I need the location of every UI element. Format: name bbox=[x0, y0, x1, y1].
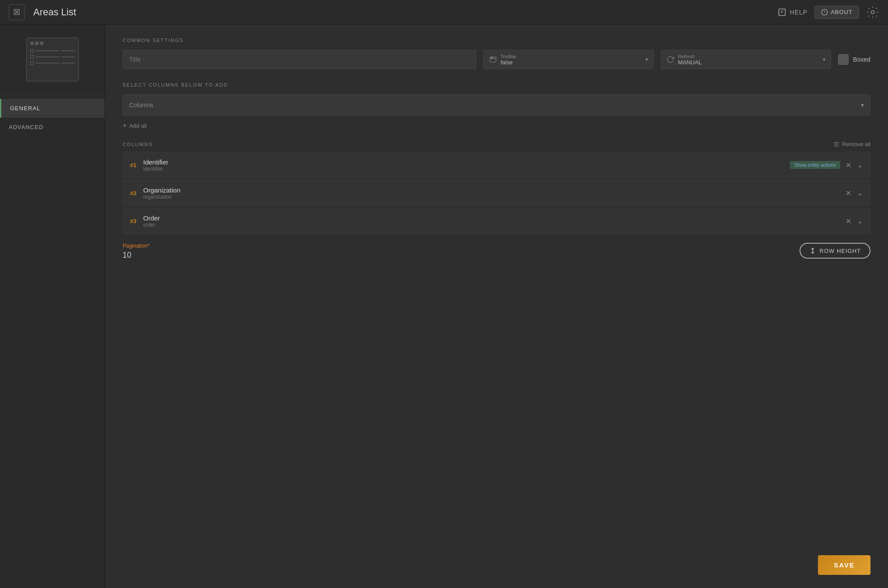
preview-row bbox=[30, 49, 75, 53]
col-expand-button[interactable]: ⌄ bbox=[856, 188, 863, 198]
preview-row bbox=[30, 61, 75, 65]
table-row: #3 Order order ✕ ⌄ bbox=[123, 208, 870, 234]
row-height-label: ROW HEIGHT bbox=[820, 248, 861, 254]
remove-all-label: Remove all bbox=[842, 141, 870, 147]
sidebar-item-advanced[interactable]: ADVANCED bbox=[0, 118, 105, 136]
col-info: Identifier identifier bbox=[143, 158, 790, 172]
columns-placeholder: Columns bbox=[129, 102, 153, 108]
pagination-value[interactable]: 10 bbox=[123, 251, 791, 260]
boxed-label: Boxed bbox=[853, 56, 870, 63]
preview-row-line-short bbox=[61, 50, 75, 51]
svg-point-4 bbox=[871, 10, 874, 14]
show-entity-actions-badge: Show entity actions bbox=[790, 161, 840, 169]
preview-menubar bbox=[30, 42, 75, 45]
trash-icon bbox=[833, 141, 839, 147]
col-close-button[interactable]: ✕ bbox=[846, 161, 851, 169]
preview-row-line-short bbox=[61, 56, 75, 57]
content-area: COMMON SETTINGS Toolbar false ▾ bbox=[105, 24, 888, 588]
refresh-field: Refresh MANUAL ▾ bbox=[661, 50, 831, 69]
toolbar-content: Toolbar false bbox=[500, 54, 645, 66]
row-height-icon bbox=[809, 247, 816, 254]
svg-point-8 bbox=[492, 57, 493, 58]
boxed-checkbox[interactable] bbox=[838, 54, 849, 65]
common-settings-row: Toolbar false ▾ Refresh MANUAL bbox=[123, 50, 870, 69]
bottom-section: Pagination* 10 ROW HEIGHT bbox=[123, 243, 870, 260]
preview-row-icon bbox=[30, 49, 34, 52]
preview-row-line bbox=[35, 63, 60, 63]
header-actions: HELP ABOUT bbox=[778, 6, 879, 19]
col-actions: ✕ ⌄ bbox=[846, 160, 863, 170]
required-asterisk: * bbox=[148, 243, 150, 249]
refresh-icon bbox=[666, 56, 674, 63]
about-icon bbox=[821, 9, 828, 16]
toolbar-icon bbox=[489, 56, 497, 63]
main-layout: GENERAL ADVANCED COMMON SETTINGS bbox=[0, 24, 888, 588]
title-input[interactable] bbox=[123, 50, 476, 69]
col-close-button[interactable]: ✕ bbox=[846, 217, 851, 225]
col-info: Organization organization bbox=[143, 186, 846, 200]
row-height-button[interactable]: ROW HEIGHT bbox=[800, 243, 871, 259]
column-rows-container: #1 Identifier identifier Show entity act… bbox=[123, 152, 870, 234]
columns-select[interactable]: Columns ▾ bbox=[123, 94, 870, 116]
plus-icon: + bbox=[123, 122, 127, 130]
col-num: #1 bbox=[130, 162, 143, 168]
about-button[interactable]: ABOUT bbox=[814, 6, 859, 19]
refresh-select[interactable]: Refresh MANUAL ▾ bbox=[661, 50, 831, 69]
col-num: #3 bbox=[130, 218, 143, 224]
header: ☒ Areas List HELP ABOUT bbox=[0, 0, 888, 24]
columns-section-label: COLUMNS bbox=[123, 142, 153, 147]
toolbar-field: Toolbar false ▾ bbox=[483, 50, 654, 69]
preview-row-icon bbox=[30, 55, 34, 59]
table-row: #2 Organization organization ✕ ⌄ bbox=[123, 180, 870, 206]
col-key: identifier bbox=[143, 166, 790, 172]
close-icon: ☒ bbox=[13, 7, 20, 17]
sidebar-nav: GENERAL ADVANCED bbox=[0, 94, 105, 136]
common-settings-label: COMMON SETTINGS bbox=[123, 38, 870, 43]
add-all-label: Add all bbox=[129, 122, 147, 129]
preview-row-icon bbox=[30, 61, 34, 65]
col-actions: ✕ ⌄ bbox=[846, 188, 863, 198]
preview-row-line bbox=[35, 50, 60, 51]
col-name: Identifier bbox=[143, 158, 790, 166]
preview-dot bbox=[40, 42, 43, 45]
select-columns-label: SELECT COLUMNS BELOW TO ADD bbox=[123, 82, 870, 88]
close-button[interactable]: ☒ bbox=[9, 4, 25, 20]
preview-widget bbox=[26, 38, 79, 81]
col-actions: ✕ ⌄ bbox=[846, 216, 863, 226]
save-button[interactable]: SAVE bbox=[818, 555, 870, 575]
columns-header: COLUMNS Remove all bbox=[123, 141, 870, 147]
gear-icon[interactable] bbox=[866, 6, 879, 19]
sidebar: GENERAL ADVANCED bbox=[0, 24, 105, 588]
boxed-field: Boxed bbox=[838, 54, 870, 65]
add-all-button[interactable]: + Add all bbox=[123, 119, 870, 132]
toolbar-select[interactable]: Toolbar false ▾ bbox=[483, 50, 654, 69]
col-close-button[interactable]: ✕ bbox=[846, 189, 851, 197]
preview-dot bbox=[30, 42, 34, 45]
pagination-label: Pagination* bbox=[123, 243, 791, 249]
col-expand-button[interactable]: ⌄ bbox=[856, 216, 863, 226]
refresh-arrow-icon: ▾ bbox=[823, 56, 825, 63]
pagination-field: Pagination* 10 bbox=[123, 243, 791, 260]
col-key: organization bbox=[143, 194, 846, 200]
preview-row-line-short bbox=[61, 63, 75, 63]
col-name: Organization bbox=[143, 186, 846, 194]
refresh-content: Refresh MANUAL bbox=[678, 54, 823, 66]
columns-section: Columns ▾ + Add all bbox=[123, 94, 870, 132]
help-button[interactable]: HELP bbox=[778, 8, 808, 17]
preview-row bbox=[30, 55, 75, 59]
toolbar-arrow-icon: ▾ bbox=[645, 56, 648, 63]
sidebar-item-general[interactable]: GENERAL bbox=[0, 99, 105, 118]
table-row: #1 Identifier identifier Show entity act… bbox=[123, 152, 870, 178]
preview-dot bbox=[35, 42, 39, 45]
columns-select-arrow-icon: ▾ bbox=[861, 102, 864, 108]
col-expand-button[interactable]: ⌄ bbox=[856, 160, 863, 170]
col-name: Order bbox=[143, 214, 846, 222]
page-title: Areas List bbox=[33, 7, 778, 18]
preview-row-line bbox=[35, 56, 60, 57]
help-icon bbox=[778, 8, 786, 17]
remove-all-button[interactable]: Remove all bbox=[833, 141, 870, 147]
col-num: #2 bbox=[130, 190, 143, 196]
save-button-container: SAVE bbox=[818, 555, 870, 575]
preview-widget-container bbox=[0, 24, 105, 94]
col-key: order bbox=[143, 222, 846, 228]
